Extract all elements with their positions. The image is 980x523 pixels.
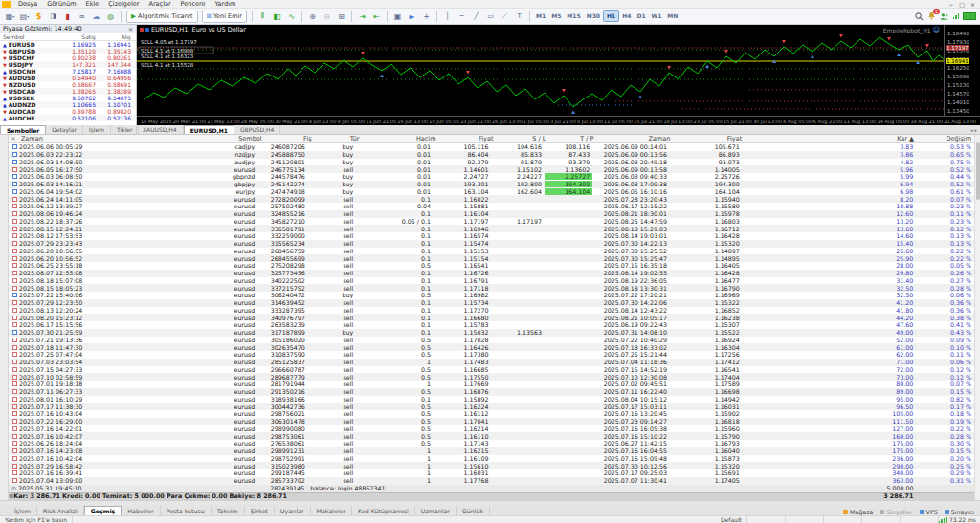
history-row[interactable]: 2025.07.29 12:23:50eurusd314639452sell0.… <box>9 299 974 307</box>
history-row[interactable]: 2025.08.06 19:46:24eurusd324855216sell0.… <box>9 210 974 218</box>
buy-marker-icon[interactable] <box>897 54 901 57</box>
sell-order-label[interactable]: SELL 4.1 at 1.16323 <box>141 54 194 59</box>
history-row[interactable]: 2025.08.22 18:37:26eurusd345827210sell0.… <box>9 218 974 226</box>
mw-tab-i-şlem[interactable]: İşlem <box>83 125 111 134</box>
history-row[interactable]: 2025.07.29 23:23:43eurusd315565234sell0.… <box>9 240 974 248</box>
text-tool-icon[interactable]: T <box>513 11 525 23</box>
history-row[interactable]: 2025.06.03 14:16:21gbpjpy245142274buy0.0… <box>9 181 974 188</box>
market-watch-row-eurusd[interactable]: ▲EURUSD1.169251.16941 <box>0 41 136 48</box>
template-icon[interactable]: ▣ <box>391 11 404 23</box>
bar-chart-icon[interactable]: ⫴ <box>256 11 269 23</box>
history-row[interactable]: 2025.06.20 10:56:52eurusd268455699sell0.… <box>9 254 974 262</box>
history-row[interactable]: 2025.08.12 17:53:53eurusd332259000sell0.… <box>9 232 974 240</box>
history-row[interactable]: 2025.06.20 10:56:55eurusd268456759sell0.… <box>9 248 974 255</box>
history-row[interactable]: 2025.07.29 16:58:42eurusd315023980sell11… <box>9 462 974 469</box>
market-watch-row-usdsek[interactable]: ▲USDSEK9.507629.54075 <box>0 95 136 101</box>
market-watch-row-gbpusd[interactable]: ▼GBPUSD1.351201.35143 <box>0 48 136 54</box>
history-row[interactable]: 2025.06.24 14:11:05eurusd272820099sell0.… <box>9 195 974 203</box>
history-row[interactable]: 2025.06.03 14:08:50audjpy245120801buy0.0… <box>9 159 974 166</box>
history-row[interactable]: 2025.07.21 19:13:36eurusd305186020sell0.… <box>9 337 974 344</box>
balance-row[interactable]: ⊖ 2025.05.31 19:45:10282439145balance: l… <box>9 485 974 492</box>
buy-marker-icon[interactable] <box>380 75 384 78</box>
tile-windows-icon[interactable]: ⊞ <box>335 11 347 23</box>
timeframe-m5[interactable]: M5 <box>548 11 564 21</box>
sell-marker-icon[interactable] <box>782 40 786 44</box>
chart-tab-eurusd-h1[interactable]: EURUSD,H1 <box>184 125 234 134</box>
market-watch-row-nzdusd[interactable]: ▼NZDUSD0.586670.58691 <box>0 81 136 88</box>
history-row[interactable]: 2025.08.13 12:20:24eurusd333287395sell0.… <box>9 307 974 315</box>
tab-scroll-left-icon[interactable]: ◂ <box>970 127 973 133</box>
history-row[interactable]: 2025.08.01 16:10:29eurusd318938166sell0.… <box>9 396 974 403</box>
sell-marker-icon[interactable] <box>667 66 671 70</box>
history-row[interactable]: 2025.07.01 19:18:18eurusd281791944sell11… <box>9 381 974 388</box>
history-row[interactable]: 2025.07.16 10:42:07eurusd298753061sell0.… <box>9 432 974 440</box>
buy-marker-icon[interactable] <box>638 96 642 99</box>
menu-görünüm[interactable]: Görünüm <box>42 0 80 8</box>
history-col-11-deiim[interactable]: Değişim <box>917 135 974 142</box>
status-profile[interactable]: Default <box>716 516 747 523</box>
chart-price-axis[interactable]: 1.184901.179301.173701.168101.162501.156… <box>944 25 980 116</box>
history-row[interactable]: 2025.06.17 15:15:56eurusd263583239sell0.… <box>9 321 974 329</box>
chart-window[interactable]: EURUSD,H1: Euro vs US Dollar EmpireRobot… <box>137 25 980 125</box>
history-row[interactable]: 2025.07.30 21:25:59eurusd317187899buy0.1… <box>9 329 974 337</box>
history-col-10-kar[interactable]: Kar ▲ <box>745 135 917 142</box>
metaeditor-icon[interactable]: ◨ <box>47 11 59 23</box>
sell-marker-icon[interactable] <box>925 44 929 48</box>
vertical-line-icon[interactable]: │ <box>441 11 454 23</box>
close-button[interactable]: × <box>970 1 975 8</box>
candlestick-icon[interactable]: ▮▯ <box>271 11 283 23</box>
history-row[interactable]: 2025.07.16 14:23:08eurusd298991231sell11… <box>9 447 974 455</box>
market-watch-row-audnzd[interactable]: ▲AUDNZD1.106651.10701 <box>0 101 136 108</box>
history-row[interactable]: 2025.08.18 15:07:08eurusd340222502sell0.… <box>9 277 974 285</box>
buy-marker-icon[interactable] <box>571 111 575 115</box>
history-row[interactable]: 2025.06.12 13:39:27eurusd257502480sell0.… <box>9 203 974 210</box>
chart-time-axis[interactable]: 16 May 202520 May 21:0023 May 13:0028 Ma… <box>137 116 980 125</box>
horizontal-line-icon[interactable]: ─ <box>456 11 468 23</box>
cursor-icon[interactable]: ► <box>406 11 418 23</box>
market-watch-row-audcad[interactable]: ▼AUDCAD0.897880.89820 <box>0 108 136 115</box>
history-row[interactable]: 2025.07.17 11:38:30eurusd300442736sell0.… <box>9 403 974 410</box>
andrews-pitchfork-icon[interactable]: ⟋ <box>499 11 511 23</box>
new-chart-icon[interactable]: ▦▾ <box>4 11 16 23</box>
sell-marker-icon[interactable] <box>887 37 891 41</box>
channel-icon[interactable]: ▭ <box>484 11 497 23</box>
history-col-7-tp[interactable]: T / P <box>548 135 596 142</box>
timeframe-m15[interactable]: M15 <box>564 11 583 21</box>
history-col-8-zaman[interactable]: Zaman <box>596 135 673 142</box>
history-row[interactable]: 2025.08.15 12:24:21eurusd336581791sell0.… <box>9 225 974 232</box>
history-col-9-fiyat[interactable]: Fiyat <box>673 135 745 142</box>
history-col-0-zaman[interactable]: Zaman <box>18 135 210 142</box>
toolbox-tab-uzmanlar[interactable]: Uzmanlar <box>415 506 457 515</box>
history-vertical-scrollbar[interactable] <box>974 135 980 500</box>
search-icon[interactable] <box>915 12 924 21</box>
new-order-button[interactable]: ⊞Yeni Emir <box>202 11 247 23</box>
chart-tab-gbpusd-h4[interactable]: GBPUSD,H4 <box>234 125 280 134</box>
market-watch-row-usdcnh[interactable]: ▲USDCNH7.158177.16088 <box>0 68 136 75</box>
profiles-icon[interactable]: ▤▾ <box>18 11 31 23</box>
chart-shift-icon[interactable]: ⇤ <box>370 11 383 23</box>
history-row[interactable]: 2025.07.18 11:47:30eurusd302635470sell0.… <box>9 343 974 351</box>
tab-scroll-arrows[interactable]: ◂▸ <box>970 125 980 134</box>
zoom-in-icon[interactable]: ⊕ <box>306 11 319 23</box>
menu-dosya[interactable]: Dosya <box>13 0 42 8</box>
mw-tab-semboller[interactable]: Semboller <box>0 125 46 134</box>
market-watch-row-usdjpy[interactable]: ▼USDJPY147.321147.344 <box>0 61 136 68</box>
history-row[interactable]: 2025.07.03 23:03:54eurusd285125837sell11… <box>9 359 974 366</box>
toolbox-link-vps[interactable]: VPS <box>920 509 938 515</box>
dollar-icon[interactable]: $ <box>33 11 45 23</box>
mw-tab-detaylar[interactable]: Detaylar <box>46 125 83 134</box>
history-col-4-hacim[interactable]: Hacim <box>363 135 439 142</box>
history-col-5-fiyat[interactable]: Fiyat <box>438 135 496 142</box>
buy-marker-icon[interactable] <box>705 65 709 69</box>
menu-çizelgeler[interactable]: Çizelgeler <box>103 0 144 8</box>
history-row[interactable]: 2025.07.16 16:39:41eurusd299187445sell11… <box>9 469 974 477</box>
history-row[interactable]: 2025.07.25 07:47:04eurusd310837590sell0.… <box>9 351 974 359</box>
history-row[interactable]: 2025.07.15 04:27:33eurusd296660787sell0.… <box>9 366 974 374</box>
sell-marker-icon[interactable] <box>839 34 843 38</box>
sell-marker-icon[interactable] <box>724 50 728 54</box>
trendline-icon[interactable]: ╱ <box>470 11 482 23</box>
market-watch-row-audchf[interactable]: ▲AUDCHF0.521060.52136 <box>0 115 136 121</box>
line-chart-icon[interactable]: ∿ <box>285 11 298 23</box>
toolbox-tab-i-şlem[interactable]: İşlem <box>9 506 37 515</box>
community-users-icon[interactable] <box>940 12 949 21</box>
